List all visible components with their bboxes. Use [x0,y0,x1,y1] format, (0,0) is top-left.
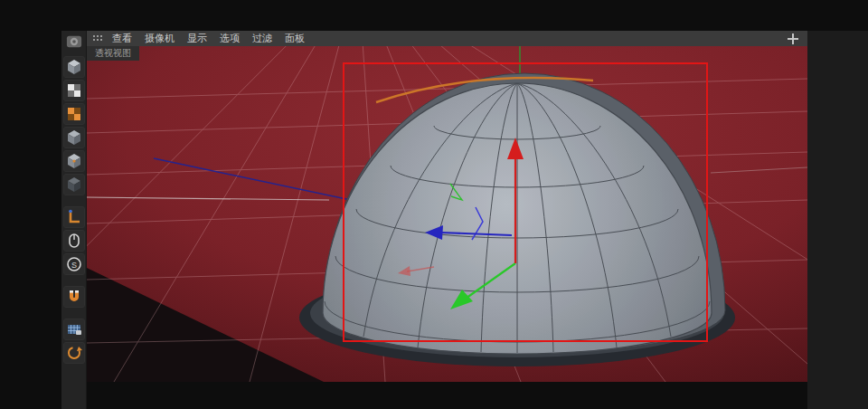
object-cube-dark-icon[interactable] [63,174,85,195]
mesh-grid-lock-icon[interactable] [63,319,85,340]
menu-cameras[interactable]: 摄像机 [138,31,181,46]
left-toolbar: S [61,31,87,409]
perspective-viewport[interactable]: 透视视图 [87,46,807,382]
menu-filter[interactable]: 过滤 [246,31,278,46]
menu-options[interactable]: 选项 [213,31,246,46]
model-cube-icon[interactable] [63,56,85,78]
menu-display[interactable]: 显示 [181,31,213,46]
object-cube-icon[interactable] [63,127,85,148]
right-panel-strip [807,31,868,409]
object-cube-alt-icon[interactable] [63,150,85,172]
snap-s-circle-icon[interactable]: S [63,253,85,275]
viewport-menubar: 查看 摄像机 显示 选项 过滤 面板 [87,31,807,46]
workplane-axis-icon[interactable] [63,206,85,228]
pan-icon[interactable] [788,33,798,44]
render-settings-checker-icon[interactable] [63,103,85,125]
menu-panel[interactable]: 面板 [278,31,311,46]
viewport-tab[interactable]: 透视视图 [87,46,139,61]
mouse-input-icon[interactable] [63,230,85,252]
svg-text:S: S [71,261,76,270]
render-checker-icon[interactable] [63,80,85,101]
grip-icon[interactable] [92,34,102,43]
magnet-snap-icon[interactable] [63,286,85,308]
app-logo-icon [64,33,84,50]
scene-canvas[interactable] [87,46,807,382]
menu-view[interactable]: 查看 [106,31,138,46]
rotate-tool-icon[interactable] [63,342,85,364]
